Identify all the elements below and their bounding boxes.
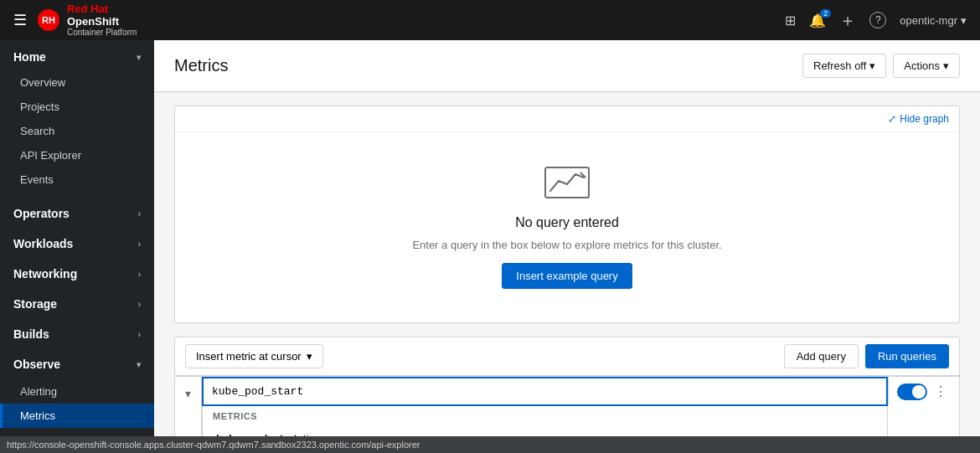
sidebar-networking-chevron-icon: › bbox=[138, 270, 141, 279]
sidebar-storage-header[interactable]: Storage › bbox=[0, 289, 154, 319]
brand: RH Red Hat OpenShift Container Platform bbox=[37, 3, 137, 37]
autocomplete-section-header: Metrics bbox=[203, 406, 887, 426]
graph-empty-subtitle: Enter a query in the box below to explor… bbox=[412, 239, 721, 251]
query-toggle[interactable] bbox=[897, 384, 927, 400]
sidebar-home-label: Home bbox=[13, 50, 46, 64]
sidebar-item-events[interactable]: Events bbox=[0, 167, 154, 192]
svg-text:RH: RH bbox=[42, 15, 55, 25]
graph-empty-title: No query entered bbox=[515, 215, 619, 230]
sidebar-item-api-explorer[interactable]: API Explorer bbox=[0, 143, 154, 167]
chart-empty-icon bbox=[544, 166, 591, 207]
sidebar-builds-header[interactable]: Builds › bbox=[0, 319, 154, 349]
brand-line3: Container Platform bbox=[67, 28, 137, 37]
sidebar: Home ▾ Overview Projects Search API Expl… bbox=[0, 40, 154, 453]
sidebar-item-search[interactable]: Search bbox=[0, 119, 154, 143]
content-area: ⤢ Hide graph No query entered Enter a qu… bbox=[154, 92, 980, 453]
sidebar-home-chevron-icon: ▾ bbox=[137, 53, 141, 62]
navbar: ☰ RH Red Hat OpenShift Container Platfor… bbox=[0, 0, 980, 40]
brand-line2: OpenShift bbox=[67, 16, 137, 28]
query-collapse-icon: ▾ bbox=[185, 387, 191, 400]
page-header: Metrics Refresh off ▾ Actions ▾ bbox=[154, 40, 980, 92]
query-kebab-menu-button[interactable]: ⋮ bbox=[931, 382, 951, 401]
sidebar-item-alerting[interactable]: Alerting bbox=[0, 379, 154, 404]
sidebar-home-header[interactable]: Home ▾ bbox=[0, 40, 154, 70]
query-toolbar: Insert metric at cursor ▾ Add query Run … bbox=[175, 337, 959, 376]
sidebar-builds-chevron-icon: › bbox=[138, 330, 141, 339]
sidebar-observe-label: Observe bbox=[13, 358, 60, 371]
page-title: Metrics bbox=[174, 56, 228, 75]
insert-metric-chevron-icon: ▾ bbox=[307, 350, 312, 363]
insert-example-query-button[interactable]: Insert example query bbox=[502, 263, 632, 289]
sidebar-networking-label: Networking bbox=[13, 267, 77, 281]
insert-metric-button[interactable]: Insert metric at cursor ▾ bbox=[185, 344, 323, 368]
layout: Home ▾ Overview Projects Search API Expl… bbox=[0, 40, 980, 453]
user-chevron-icon: ▾ bbox=[961, 14, 967, 27]
refresh-label: Refresh off bbox=[813, 59, 866, 72]
graph-header: ⤢ Hide graph bbox=[175, 106, 959, 132]
sidebar-storage-chevron-icon: › bbox=[138, 300, 141, 309]
svg-rect-2 bbox=[545, 167, 589, 198]
brand-text: Red Hat OpenShift Container Platform bbox=[67, 3, 137, 37]
notification-bell-icon[interactable]: 🔔 2 bbox=[809, 13, 826, 28]
actions-dropdown[interactable]: Actions ▾ bbox=[893, 54, 960, 78]
query-actions: Add query Run queries bbox=[784, 344, 949, 368]
add-icon[interactable]: ＋ bbox=[839, 9, 856, 32]
graph-panel: ⤢ Hide graph No query entered Enter a qu… bbox=[174, 106, 960, 323]
sidebar-operators-chevron-icon: › bbox=[138, 209, 141, 219]
sidebar-operators-label: Operators bbox=[13, 207, 70, 220]
actions-label: Actions bbox=[904, 59, 940, 72]
sidebar-operators-header[interactable]: Operators › bbox=[0, 198, 154, 229]
graph-body: No query entered Enter a query in the bo… bbox=[175, 132, 959, 322]
sidebar-storage-label: Storage bbox=[13, 297, 57, 311]
refresh-chevron-icon: ▾ bbox=[869, 59, 875, 72]
query-input[interactable] bbox=[202, 377, 888, 406]
navbar-icons: ⊞ 🔔 2 ＋ ? opentic-mgr ▾ bbox=[785, 9, 967, 32]
status-bar: https://console-openshift-console.apps.c… bbox=[0, 436, 980, 453]
sidebar-item-projects[interactable]: Projects bbox=[0, 95, 154, 119]
brand-line1: Red Hat bbox=[67, 3, 137, 15]
sidebar-workloads-label: Workloads bbox=[13, 237, 73, 250]
hamburger-icon[interactable]: ☰ bbox=[13, 11, 27, 29]
actions-chevron-icon: ▾ bbox=[943, 59, 949, 72]
sidebar-builds-label: Builds bbox=[13, 327, 49, 341]
redhat-logo-icon: RH bbox=[37, 8, 60, 32]
query-controls: ⋮ bbox=[888, 377, 959, 406]
hide-graph-label: Hide graph bbox=[900, 113, 949, 125]
help-icon[interactable]: ? bbox=[869, 12, 886, 28]
sidebar-item-metrics[interactable]: Metrics bbox=[0, 404, 154, 428]
sidebar-observe-chevron-icon: ▾ bbox=[137, 360, 141, 369]
status-url: https://console-openshift-console.apps.c… bbox=[7, 440, 420, 450]
user-menu[interactable]: opentic-mgr ▾ bbox=[900, 14, 967, 27]
grid-icon[interactable]: ⊞ bbox=[785, 13, 796, 28]
page-actions: Refresh off ▾ Actions ▾ bbox=[802, 54, 960, 78]
insert-metric-label: Insert metric at cursor bbox=[196, 350, 302, 363]
sidebar-networking-header[interactable]: Networking › bbox=[0, 259, 154, 289]
run-queries-button[interactable]: Run queries bbox=[865, 344, 949, 368]
add-query-button[interactable]: Add query bbox=[784, 344, 859, 368]
sidebar-item-overview[interactable]: Overview bbox=[0, 70, 154, 95]
sidebar-observe-header[interactable]: Observe ▾ bbox=[0, 349, 154, 379]
main-content: Metrics Refresh off ▾ Actions ▾ ⤢ H bbox=[154, 40, 980, 453]
sidebar-workloads-header[interactable]: Workloads › bbox=[0, 229, 154, 259]
hide-graph-button[interactable]: ⤢ Hide graph bbox=[888, 113, 949, 125]
refresh-dropdown[interactable]: Refresh off ▾ bbox=[802, 54, 886, 78]
username-label: opentic-mgr bbox=[900, 14, 957, 27]
hide-graph-icon: ⤢ bbox=[888, 113, 896, 125]
sidebar-workloads-chevron-icon: › bbox=[138, 239, 141, 249]
notification-badge: 2 bbox=[820, 9, 831, 18]
